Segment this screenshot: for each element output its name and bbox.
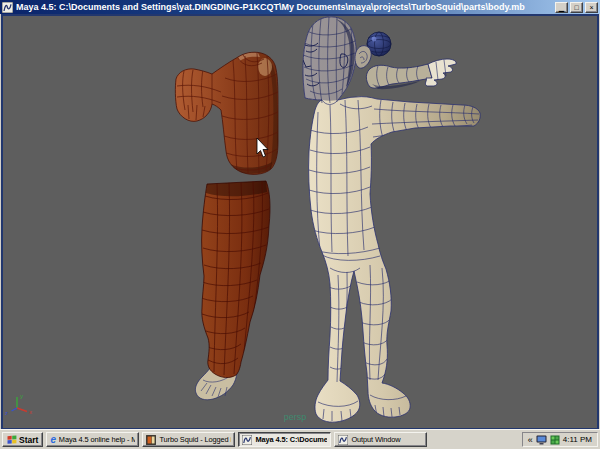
model-pants-leg-piece[interactable] xyxy=(195,181,270,400)
ie-icon: e xyxy=(50,435,55,445)
taskbar-clock[interactable]: 4:11 PM xyxy=(563,435,592,444)
maya-icon xyxy=(338,435,348,445)
maya-icon[interactable] xyxy=(2,2,13,13)
taskbar-button-maya-active[interactable]: Maya 4.5: C:\Docume... xyxy=(238,432,331,447)
taskbar-button-output-window[interactable]: Output Window xyxy=(334,432,427,447)
maximize-button[interactable]: □ xyxy=(570,2,583,13)
taskbar: Start e Maya 4.5 online help - Mi... Tur… xyxy=(0,429,600,449)
axis-indicator: y x z xyxy=(5,393,32,416)
minimize-button[interactable]: ▁ xyxy=(555,2,568,13)
start-button[interactable]: Start xyxy=(2,432,43,447)
model-ear-piece[interactable] xyxy=(355,46,371,69)
turbosquid-icon xyxy=(146,435,156,445)
maya-window: y x z persp Maya 4.5: C:\Documents and S… xyxy=(0,0,600,449)
windows-logo-icon xyxy=(7,435,17,445)
persp-label: persp xyxy=(284,412,307,422)
titlebar[interactable]: Maya 4.5: C:\Documents and Settings\yat.… xyxy=(0,0,600,14)
display-icon[interactable] xyxy=(536,435,547,445)
viewport-scene: y x z persp xyxy=(0,0,600,449)
system-tray: « 4:11 PM xyxy=(522,432,598,447)
tray-chevron-button[interactable]: « xyxy=(528,434,533,446)
sphere-highlight xyxy=(372,37,377,42)
taskbar-button-maya-help[interactable]: e Maya 4.5 online help - Mi... xyxy=(46,432,139,447)
z-axis-line xyxy=(12,408,18,411)
taskbar-button-turbosquid[interactable]: Turbo Squid - Logged in:... xyxy=(142,432,235,447)
window-title: Maya 4.5: C:\Documents and Settings\yat.… xyxy=(16,2,552,12)
maya-icon xyxy=(242,435,252,445)
y-axis-label: y xyxy=(20,393,23,399)
x-axis-line xyxy=(17,408,27,412)
close-button[interactable]: × xyxy=(585,2,598,13)
model-forearm-hand-piece[interactable] xyxy=(366,59,456,89)
x-axis-label: x xyxy=(29,409,32,415)
start-label: Start xyxy=(19,435,38,445)
network-icon[interactable] xyxy=(550,435,560,445)
z-axis-label: z xyxy=(5,410,8,416)
